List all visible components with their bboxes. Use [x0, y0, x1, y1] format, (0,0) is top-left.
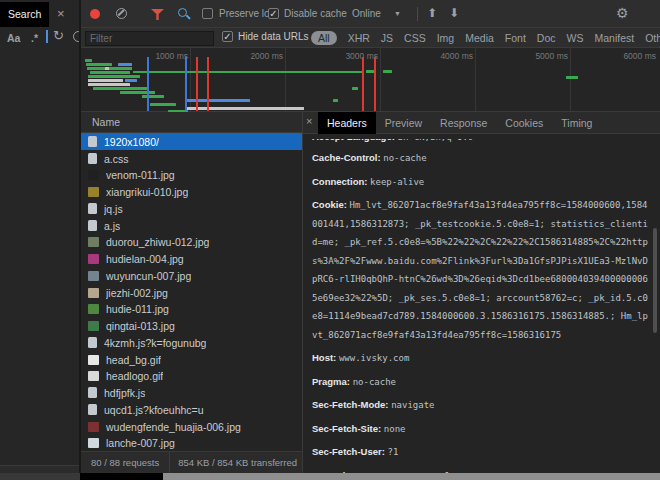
- filter-pill-manifest[interactable]: Manifest: [594, 32, 634, 44]
- header-entry: Sec-Fetch-User: ?1: [312, 442, 652, 461]
- filter-pill-img[interactable]: Img: [437, 32, 455, 44]
- header-name: Host:: [312, 352, 339, 363]
- preserve-log-label[interactable]: Preserve log: [219, 8, 275, 19]
- request-row[interactable]: jiezhi-002.jpg: [81, 284, 302, 301]
- filter-pill-all[interactable]: All: [311, 31, 337, 45]
- header-name: Connection:: [312, 176, 370, 187]
- waterfall-bar: [93, 87, 148, 90]
- image-thumbnail-icon: [88, 321, 99, 331]
- document-icon: [88, 203, 97, 214]
- request-row[interactable]: uqcd1.js?kfoeuhhc=u: [81, 401, 302, 418]
- request-row[interactable]: 4kzmh.js?k=fogunubg: [81, 334, 302, 351]
- timeline-gridline: [380, 48, 381, 111]
- header-name: Sec-Fetch-User:: [312, 446, 388, 457]
- image-thumbnail-icon: [88, 355, 99, 365]
- tab-preview[interactable]: Preview: [376, 112, 431, 134]
- filter-pill-css[interactable]: CSS: [404, 32, 426, 44]
- disable-cache-checkbox[interactable]: ✓: [268, 8, 279, 19]
- filter-pill-font[interactable]: Font: [505, 32, 526, 44]
- settings-gear-icon[interactable]: ⚙: [616, 6, 629, 20]
- request-row[interactable]: hudie-011.jpg: [81, 300, 302, 317]
- waterfall-bar: [352, 87, 358, 90]
- header-value: Hm_lvt_862071acf8e9faf43a13fd4ea795ff8c=…: [312, 200, 648, 340]
- tab-timing[interactable]: Timing: [552, 112, 601, 134]
- check-icon: ✓: [269, 8, 277, 19]
- throttling-dropdown[interactable]: Online ▼: [352, 8, 401, 19]
- filter-pill-media[interactable]: Media: [465, 32, 494, 44]
- request-row[interactable]: head_bg.gif: [81, 351, 302, 368]
- image-thumbnail-icon: [88, 304, 99, 314]
- request-name: wudengfende_huajia-006.jpg: [106, 421, 241, 433]
- request-row[interactable]: hdfjpfk.js: [81, 384, 302, 401]
- document-icon: [88, 136, 97, 147]
- header-entry: Cookie: Hm_lvt_862071acf8e9faf43a13fd4ea…: [312, 195, 652, 343]
- search-tab[interactable]: Search: [0, 2, 49, 27]
- hide-data-urls-checkbox[interactable]: ✓: [222, 31, 233, 42]
- header-entry: Connection: keep-alive: [312, 172, 652, 191]
- regex-button[interactable]: .*: [31, 32, 38, 44]
- page-event-line: [147, 57, 149, 111]
- import-har-icon[interactable]: ⬆: [427, 7, 437, 19]
- search-panel: Search × Aa .* ↻: [0, 0, 81, 473]
- request-name: venom-011.jpg: [106, 169, 175, 181]
- header-entry: Accept-Language: zh-CN,zh;q=0.9: [312, 139, 652, 143]
- request-row[interactable]: lanche-007.jpg: [81, 434, 302, 451]
- request-row[interactable]: 1920x1080/: [81, 133, 302, 150]
- filter-pill-doc[interactable]: Doc: [537, 32, 556, 44]
- request-row[interactable]: duorou_zhiwu-012.jpg: [81, 233, 302, 250]
- search-close-icon[interactable]: ×: [57, 7, 65, 20]
- waterfall-bar: [118, 63, 132, 66]
- timeline-tick: 6000 ms: [598, 51, 656, 61]
- scrollbar-thumb[interactable]: [653, 228, 657, 333]
- request-row[interactable]: a.js: [81, 217, 302, 234]
- clear-requests-icon[interactable]: [116, 8, 127, 19]
- request-row[interactable]: venom-011.jpg: [81, 166, 302, 183]
- header-name: Sec-Fetch-Mode:: [312, 399, 391, 410]
- filter-pill-ws[interactable]: WS: [567, 32, 584, 44]
- tab-cookies[interactable]: Cookies: [496, 112, 552, 134]
- timeline-tick: 4000 ms: [415, 51, 473, 61]
- request-name: head_bg.gif: [106, 354, 161, 366]
- filter-pill-js[interactable]: JS: [381, 32, 393, 44]
- preserve-log-checkbox[interactable]: [202, 8, 213, 19]
- name-column-header[interactable]: Name: [81, 112, 302, 133]
- refresh-icon[interactable]: ↻: [53, 29, 64, 42]
- clear-search-icon[interactable]: [73, 31, 81, 42]
- request-row[interactable]: headlogo.gif: [81, 367, 302, 384]
- filter-pill-other[interactable]: Other: [645, 32, 660, 44]
- request-row[interactable]: jq.js: [81, 200, 302, 217]
- header-value: no-cache: [383, 153, 426, 163]
- request-row[interactable]: a.css: [81, 150, 302, 167]
- tab-headers[interactable]: Headers: [318, 112, 376, 134]
- filter-pill-xhr[interactable]: XHR: [348, 32, 370, 44]
- request-row[interactable]: hudielan-004.jpg: [81, 250, 302, 267]
- request-row[interactable]: wuyuncun-007.jpg: [81, 267, 302, 284]
- header-value: none: [384, 424, 406, 434]
- request-row[interactable]: xiangrikui-010.jpg: [81, 183, 302, 200]
- export-har-icon[interactable]: ⬇: [449, 7, 459, 19]
- image-thumbnail-icon: [88, 371, 99, 381]
- search-panel-footer: [0, 465, 81, 473]
- waterfall-bar: [120, 91, 155, 94]
- disable-cache-label[interactable]: Disable cache: [284, 8, 347, 19]
- document-icon: [88, 337, 97, 348]
- header-name: Pragma:: [312, 376, 353, 387]
- headers-content: Accept-Language: zh-CN,zh;q=0.9Cache-Con…: [303, 134, 652, 473]
- record-icon[interactable]: [90, 9, 100, 19]
- request-name: wuyuncun-007.jpg: [106, 270, 191, 282]
- waterfall-bar: [125, 79, 137, 82]
- request-row[interactable]: wudengfende_huajia-006.jpg: [81, 418, 302, 435]
- header-value: no-cache: [353, 377, 396, 387]
- timeline-tick: 2000 ms: [225, 51, 283, 61]
- details-close-icon[interactable]: ×: [306, 116, 312, 127]
- tab-response[interactable]: Response: [431, 112, 496, 134]
- request-row[interactable]: qingtai-013.jpg: [81, 317, 302, 334]
- search-icon[interactable]: [178, 8, 190, 20]
- image-thumbnail-icon: [88, 187, 99, 197]
- match-case-button[interactable]: Aa: [7, 32, 20, 44]
- hide-data-urls-label[interactable]: Hide data URLs: [238, 31, 309, 42]
- details-tabs: HeadersPreviewResponseCookiesTiming: [318, 112, 601, 134]
- transferred-size: 854 KB / 854 KB transferred: [170, 457, 305, 468]
- filter-input[interactable]: [85, 31, 214, 46]
- timeline-gridline: [475, 48, 476, 111]
